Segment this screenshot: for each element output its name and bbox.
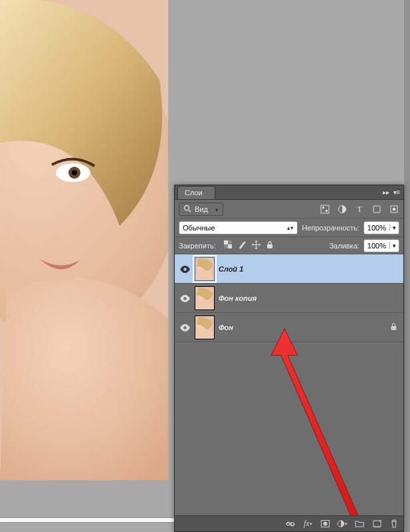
- layers-list: Слой 1 Фон копия Фон: [175, 254, 403, 515]
- layer-filter-row: Вид T: [175, 200, 403, 219]
- visibility-toggle[interactable]: [179, 294, 191, 302]
- filter-type-icons: T: [320, 204, 399, 215]
- visibility-toggle[interactable]: [179, 323, 191, 331]
- filter-adjustment-icon[interactable]: [337, 204, 348, 215]
- svg-point-24: [183, 297, 186, 300]
- layer-row[interactable]: Фон: [175, 313, 403, 342]
- fill-label: Заливка:: [329, 242, 359, 250]
- lock-position-icon[interactable]: [252, 240, 260, 250]
- svg-rect-32: [391, 326, 396, 330]
- svg-rect-7: [321, 205, 329, 213]
- lock-icon: [387, 323, 399, 332]
- svg-rect-17: [224, 244, 228, 248]
- filter-shape-icon[interactable]: [371, 204, 382, 215]
- adjustment-layer-icon[interactable]: ▾: [337, 519, 348, 529]
- link-layers-icon[interactable]: [285, 519, 296, 529]
- svg-line-6: [189, 210, 191, 212]
- layer-mask-icon[interactable]: [320, 519, 330, 529]
- layer-name[interactable]: Фон: [219, 323, 233, 331]
- opacity-label: Непрозрачность:: [302, 224, 359, 232]
- svg-rect-9: [326, 210, 328, 212]
- search-icon: [183, 205, 191, 214]
- panel-menu-icon[interactable]: ▾≡: [391, 187, 402, 197]
- tab-layers[interactable]: Слои: [177, 186, 215, 199]
- svg-rect-38: [373, 521, 381, 527]
- svg-rect-14: [224, 240, 228, 244]
- fill-value: 100%: [364, 242, 389, 250]
- layer-name[interactable]: Слой 1: [219, 265, 243, 273]
- layer-thumbnail[interactable]: [195, 257, 215, 281]
- svg-rect-15: [228, 244, 232, 248]
- svg-point-20: [183, 268, 186, 270]
- opacity-value: 100%: [364, 224, 389, 232]
- blend-mode-row: Обычные ▴▾ Непрозрачность: 100% ▾: [175, 219, 403, 237]
- document-canvas[interactable]: [0, 0, 168, 480]
- svg-point-4: [72, 170, 77, 175]
- chevron-down-icon: [211, 205, 219, 213]
- filter-pixel-icon[interactable]: [320, 204, 330, 215]
- opacity-input[interactable]: 100% ▾: [363, 221, 399, 234]
- svg-point-28: [183, 326, 186, 329]
- tab-label: Слои: [185, 189, 203, 197]
- lock-pixels-icon[interactable]: [238, 240, 247, 250]
- filter-kind-label: Вид: [195, 205, 208, 213]
- layers-panel: Слои ▸▸ ▾≡ Вид T: [174, 185, 404, 532]
- svg-rect-16: [228, 240, 232, 244]
- layer-row[interactable]: Фон копия: [175, 284, 403, 313]
- chevron-down-icon[interactable]: ▾: [389, 224, 399, 231]
- new-group-icon[interactable]: [354, 519, 365, 529]
- layer-style-icon[interactable]: fx▾: [302, 519, 313, 529]
- visibility-toggle[interactable]: [179, 264, 191, 273]
- collapse-icon[interactable]: ▸▸: [381, 187, 391, 197]
- layer-row[interactable]: Слой 1: [175, 254, 403, 284]
- lock-all-icon[interactable]: [266, 240, 274, 250]
- blend-mode-select[interactable]: Обычные ▴▾: [179, 221, 298, 234]
- svg-rect-11: [373, 206, 380, 213]
- blend-mode-value: Обычные: [183, 224, 215, 232]
- delete-layer-icon[interactable]: [389, 519, 399, 529]
- svg-point-36: [323, 522, 327, 526]
- filter-kind-dropdown[interactable]: Вид: [179, 203, 223, 216]
- svg-rect-13: [393, 208, 395, 211]
- vertical-scrollbar[interactable]: [404, 0, 410, 532]
- lock-row: Закрепить: Заливка: 100% ▾: [175, 237, 403, 254]
- annotation-arrow: [271, 329, 403, 515]
- layer-name[interactable]: Фон копия: [219, 294, 256, 302]
- panel-footer: fx▾ ▾: [175, 515, 403, 531]
- panel-tab-bar: Слои ▸▸ ▾≡: [175, 185, 403, 200]
- panel-body: Вид T Обычные ▴▾ Непрозрачность: 100% ▾: [175, 200, 403, 515]
- layer-thumbnail[interactable]: [195, 315, 215, 339]
- svg-point-5: [185, 205, 189, 210]
- filter-smart-icon[interactable]: [389, 204, 399, 215]
- chevron-updown-icon: ▴▾: [287, 224, 294, 231]
- lock-label: Закрепить:: [179, 242, 216, 250]
- svg-rect-19: [267, 244, 272, 248]
- filter-type-icon[interactable]: T: [354, 204, 365, 215]
- new-layer-icon[interactable]: [371, 519, 382, 529]
- fill-input[interactable]: 100% ▾: [363, 239, 399, 252]
- layer-thumbnail[interactable]: [195, 286, 215, 310]
- svg-point-18: [243, 242, 245, 244]
- lock-transparent-icon[interactable]: [224, 240, 233, 250]
- chevron-down-icon[interactable]: ▾: [389, 242, 399, 249]
- svg-rect-8: [322, 207, 324, 209]
- scrollbar-thumb[interactable]: [404, 0, 410, 532]
